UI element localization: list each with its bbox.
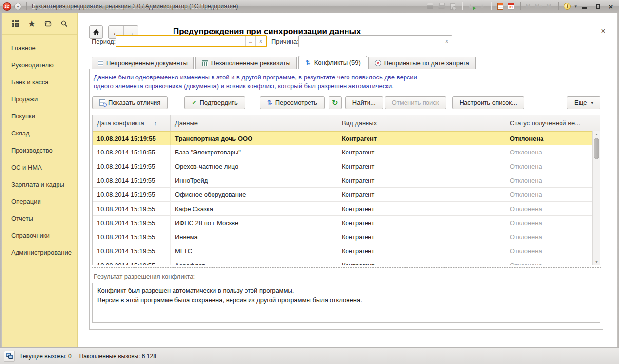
sidebar: ★ ГлавноеРуководителюБанк и кассаПродажи… [2, 13, 78, 347]
sidebar-item[interactable]: ОС и НМА [2, 159, 77, 176]
more-button[interactable]: Еще▾ [567, 96, 600, 109]
scroll-down-icon[interactable]: ▼ [593, 259, 600, 265]
show-differences-button[interactable]: Показать отличия [92, 96, 168, 109]
column-header-status[interactable]: Статус полученной ве... [505, 115, 600, 131]
kind-cell: Контрагент [337, 230, 505, 244]
period-input[interactable] [116, 36, 245, 46]
data-cell: ИнноТрейд [171, 173, 337, 188]
scroll-up-icon[interactable]: ▲ [593, 131, 600, 137]
sidebar-item[interactable]: Отчеты [2, 210, 77, 227]
sidebar-item[interactable]: Продажи [2, 91, 77, 108]
data-cell: Офисное оборудование [171, 188, 337, 202]
print-preview-icon [448, 2, 457, 11]
table-row[interactable]: 10.08.2014 15:19:55Транспортная дочь ООО… [93, 131, 592, 145]
data-cell: Инвема [171, 230, 337, 244]
conflict-table-body: 10.08.2014 15:19:55Транспортная дочь ООО… [93, 131, 592, 265]
maximize-button[interactable] [592, 2, 603, 11]
tab-rejected-by-date[interactable]: ×Непринятые по дате запрета [368, 57, 476, 69]
sidebar-item[interactable]: Операции [2, 193, 77, 210]
table-row[interactable]: 10.08.2014 15:19:55Орехов-частное лицоКо… [93, 159, 592, 173]
reason-input[interactable] [299, 36, 442, 47]
sections-grid-icon[interactable] [11, 19, 20, 28]
divider [558, 2, 559, 10]
period-clear-button[interactable]: x [255, 36, 266, 46]
kind-cell: Контрагент [337, 159, 505, 173]
refresh-button[interactable]: ↻ [329, 96, 342, 109]
date-cell: 10.08.2014 15:19:55 [93, 132, 171, 146]
sidebar-item[interactable]: Склад [2, 125, 77, 142]
table-row[interactable]: 10.08.2014 15:19:55Кафе СказкаКонтрагент… [93, 202, 592, 216]
refresh-icon: ↻ [332, 99, 338, 106]
home-icon [93, 29, 100, 36]
reason-clear-button[interactable]: x [442, 36, 452, 47]
kind-cell: Контрагент [337, 188, 505, 202]
favorites-icon[interactable]: ★ [28, 19, 36, 28]
review-button[interactable]: ⇅Пересмотреть [260, 96, 325, 109]
confirm-button[interactable]: ✔Подтвердить [184, 96, 245, 109]
tab-unposted-documents[interactable]: Непроведенные документы [92, 57, 194, 69]
table-row[interactable]: 10.08.2014 15:19:55База "Электротовары"К… [93, 145, 592, 159]
home-button[interactable] [89, 25, 103, 39]
period-picker-button[interactable]: ... [245, 36, 255, 46]
table-row[interactable]: 10.08.2014 15:19:55ИнвемаКонтрагентОткло… [93, 230, 592, 244]
tab-unfilled-attributes[interactable]: Незаполненные реквизиты [195, 57, 297, 69]
kind-cell: Контрагент [337, 244, 505, 258]
sidebar-item[interactable]: Покупки [2, 108, 77, 125]
sidebar-item[interactable]: Производство [2, 142, 77, 159]
search-icon[interactable] [60, 19, 69, 28]
kind-cell: Контрагент [337, 145, 505, 159]
tab-label: Непроведенные документы [106, 59, 188, 67]
server-calls-icon[interactable] [4, 351, 15, 362]
divider [491, 2, 491, 10]
table-row[interactable]: 10.08.2014 15:19:55АэрофлотКонтрагентОтк… [93, 258, 592, 265]
table-row[interactable]: 10.08.2014 15:19:55ИнноТрейдКонтрагентОт… [93, 173, 592, 188]
favorites-go-icon[interactable]: ★ [466, 2, 475, 11]
table-row[interactable]: 10.08.2014 15:19:55Офисное оборудованиеК… [93, 188, 592, 202]
info-dropdown-icon[interactable]: ▾ [574, 4, 577, 9]
reason-input-group: x [298, 35, 452, 47]
sidebar-item[interactable]: Главное [2, 39, 77, 57]
info-icon[interactable]: i [563, 2, 572, 11]
column-header-date[interactable]: Дата конфликта↑ [93, 115, 171, 131]
splitter-handle[interactable] [92, 267, 601, 268]
window-title: Бухгалтерия предприятия, редакция 3.0 / … [32, 3, 238, 10]
minimize-button[interactable] [579, 2, 590, 11]
statusbar: Текущие вызовы: 0 Накопленные вызовы: 6 … [0, 347, 619, 364]
column-header-data[interactable]: Данные [171, 115, 337, 131]
table-icon [202, 60, 208, 66]
main-menu-button[interactable]: ▾ [14, 3, 21, 10]
chevron-down-icon: ▾ [17, 4, 19, 9]
kind-cell: Контрагент [337, 132, 505, 146]
sidebar-item[interactable]: Администрирование [2, 244, 77, 261]
find-button[interactable]: Найти... [345, 96, 383, 109]
history-icon[interactable] [43, 19, 52, 28]
table-row[interactable]: 10.08.2014 15:19:55МГТСКонтрагентОтклоне… [93, 244, 592, 258]
data-cell: База "Электротовары" [171, 145, 337, 159]
save-icon [426, 2, 435, 11]
description-line: Данные были одновременно изменены в этой… [94, 73, 417, 82]
accumulated-calls-label: Накопленные вызовы: 6 128 [79, 353, 156, 360]
sort-asc-icon: ↑ [154, 120, 157, 127]
status-cell: Отклонена [505, 132, 592, 146]
form-close-button[interactable]: × [599, 27, 608, 36]
tab-label: Незаполненные реквизиты [211, 59, 290, 67]
calculator-icon[interactable] [496, 2, 504, 11]
sidebar-item[interactable]: Зарплата и кадры [2, 176, 77, 193]
scrollbar-thumb[interactable] [594, 138, 599, 159]
conflicts-table: Дата конфликта↑ Данные Вид данных Статус… [92, 115, 600, 265]
window-close-button[interactable]: × [605, 2, 616, 11]
sidebar-item[interactable]: Руководителю [2, 57, 77, 74]
print-icon [437, 2, 446, 11]
tab-conflicts[interactable]: ⇅Конфликты (59) [298, 56, 367, 69]
compare-icon [99, 99, 105, 106]
column-header-kind[interactable]: Вид данных [337, 115, 505, 131]
result-text: Конфликт был разрешен автоматически в по… [92, 283, 600, 323]
configure-list-button[interactable]: Настроить список... [452, 96, 524, 109]
date-cell: 10.08.2014 15:19:55 [93, 188, 171, 202]
table-row[interactable]: 10.08.2014 15:19:55ИФНС 28 по г МосквеКо… [93, 216, 592, 230]
table-scrollbar[interactable]: ▲ ▼ [592, 131, 600, 265]
calendar-icon[interactable]: 31 [507, 2, 516, 11]
sidebar-item[interactable]: Банк и касса [2, 74, 77, 91]
sidebar-item[interactable]: Справочники [2, 227, 77, 244]
status-cell: Отклонена [505, 173, 592, 188]
